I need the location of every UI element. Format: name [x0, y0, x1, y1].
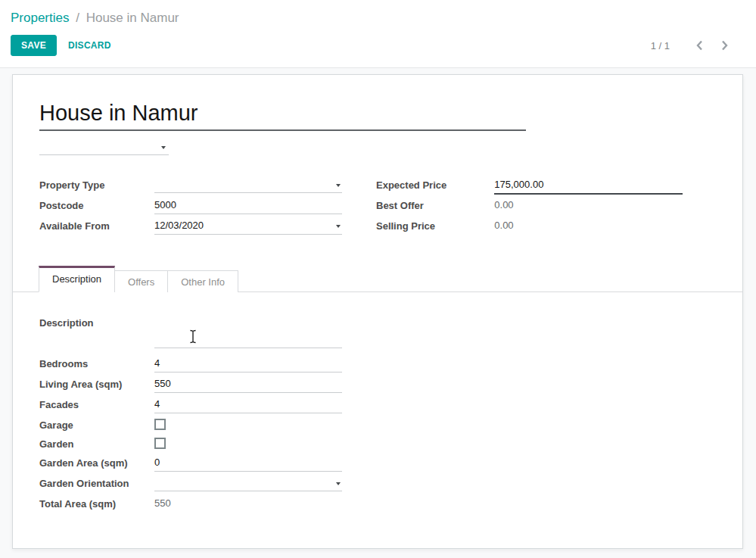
right-field-group: Expected Price 175,000.00 Best Offer 0.0… [376, 177, 683, 238]
property-name-input[interactable]: House in Namur [39, 100, 526, 131]
discard-button[interactable]: DISCARD [58, 36, 121, 55]
garden-label: Garden [39, 436, 154, 450]
field-row-total-area: Total Area (sqm) 550 [39, 496, 716, 516]
field-groups: Property Type Postcode 5000 Available Fr… [39, 177, 716, 238]
description-tab-content: Description Bedrooms 4 Living Area (sqm [13, 292, 742, 516]
field-row-description: Description [39, 315, 716, 348]
notebook: Description Offers Other Info Descriptio… [13, 267, 742, 516]
pager-previous-button[interactable] [691, 39, 708, 51]
available-from-value: 12/03/2020 [154, 220, 204, 231]
bedrooms-label: Bedrooms [39, 356, 154, 369]
pager: 1 / 1 [651, 39, 733, 51]
control-panel-buttons: SAVE DISCARD 1 / 1 [11, 35, 744, 56]
selling-price-value: 0.00 [494, 218, 683, 234]
postcode-input[interactable]: 5000 [154, 198, 342, 214]
field-row-best-offer: Best Offer 0.00 [376, 198, 683, 218]
tab-other-info[interactable]: Other Info [167, 270, 238, 292]
total-area-value: 550 [154, 496, 342, 512]
chevron-right-icon [720, 42, 729, 54]
field-row-living-area: Living Area (sqm) 550 [39, 376, 716, 397]
control-panel: Properties / House in Namur SAVE DISCARD… [0, 0, 756, 68]
garden-orientation-label: Garden Orientation [39, 475, 154, 489]
description-label: Description [39, 315, 154, 348]
field-row-expected-price: Expected Price 175,000.00 [376, 177, 683, 198]
form-sheet: House in Namur Property Type Postcode [12, 74, 743, 549]
garden-area-label: Garden Area (sqm) [39, 455, 154, 469]
facades-input[interactable]: 4 [154, 397, 342, 413]
available-from-label: Available From [39, 218, 154, 232]
breadcrumb: Properties / House in Namur [11, 10, 744, 26]
field-row-bedrooms: Bedrooms 4 [39, 356, 716, 376]
description-textarea[interactable] [154, 315, 342, 348]
form-view-background: House in Namur Property Type Postcode [0, 68, 756, 558]
text-cursor-icon [188, 329, 198, 344]
property-type-dropdown[interactable] [154, 177, 342, 193]
field-row-property-type: Property Type [39, 177, 342, 198]
caret-down-icon [336, 225, 341, 228]
garden-orientation-dropdown[interactable] [154, 475, 342, 491]
garage-checkbox[interactable] [154, 419, 166, 430]
pager-value: 1 / 1 [651, 40, 670, 51]
best-offer-value: 0.00 [494, 198, 683, 214]
chevron-left-icon [695, 42, 704, 54]
selling-price-label: Selling Price [376, 218, 494, 232]
living-area-label: Living Area (sqm) [39, 376, 154, 390]
property-type-label: Property Type [39, 177, 154, 191]
tab-offers[interactable]: Offers [114, 270, 168, 292]
field-row-garden-orientation: Garden Orientation [39, 475, 716, 496]
field-row-selling-price: Selling Price 0.00 [376, 218, 683, 238]
pager-next-button[interactable] [716, 39, 733, 51]
field-row-available-from: Available From 12/03/2020 [39, 218, 342, 238]
field-row-garage: Garage [39, 417, 716, 436]
tab-bar: Description Offers Other Info [13, 267, 742, 292]
expected-price-label: Expected Price [376, 177, 494, 191]
field-row-facades: Facades 4 [39, 397, 716, 417]
tags-dropdown[interactable] [39, 140, 169, 155]
garden-checkbox[interactable] [154, 438, 166, 449]
garage-label: Garage [39, 417, 154, 431]
bedrooms-input[interactable]: 4 [154, 356, 342, 373]
save-button[interactable]: SAVE [11, 35, 57, 56]
postcode-label: Postcode [39, 198, 154, 211]
tab-description[interactable]: Description [39, 266, 115, 292]
best-offer-label: Best Offer [376, 198, 494, 211]
breadcrumb-separator: / [76, 11, 79, 25]
caret-down-icon [336, 184, 341, 187]
caret-down-icon [336, 482, 341, 485]
caret-down-icon [161, 146, 166, 149]
garden-area-input[interactable]: 0 [154, 455, 342, 472]
left-field-group: Property Type Postcode 5000 Available Fr… [39, 177, 342, 238]
breadcrumb-current: House in Namur [86, 11, 179, 25]
expected-price-input[interactable]: 175,000.00 [494, 177, 683, 195]
available-from-date-input[interactable]: 12/03/2020 [154, 218, 342, 235]
breadcrumb-properties-link[interactable]: Properties [11, 11, 69, 25]
field-row-garden: Garden [39, 436, 716, 455]
field-row-garden-area: Garden Area (sqm) 0 [39, 455, 716, 475]
field-row-postcode: Postcode 5000 [39, 198, 342, 218]
facades-label: Facades [39, 397, 154, 410]
total-area-label: Total Area (sqm) [39, 496, 154, 510]
living-area-input[interactable]: 550 [154, 376, 342, 393]
